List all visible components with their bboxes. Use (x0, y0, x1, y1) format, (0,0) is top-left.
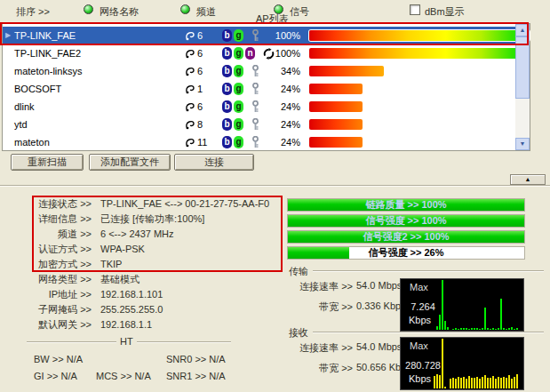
ap-ssid: TP-LINK_FAE (14, 27, 76, 44)
channel-icon (185, 48, 195, 59)
transmit-divider (313, 270, 544, 271)
status-label: IP地址 >> (0, 287, 92, 302)
ht-item: GI >> N/A (34, 371, 77, 381)
wireless-utility-window: 排序 >> 网络名称 频道 信号 dBm显示 AP列表 ▶ TP-LINK_FA… (0, 0, 550, 392)
status-value: 192.168.1.101 (100, 287, 163, 302)
rescan-button[interactable]: 重新扫描 (11, 154, 84, 171)
ap-signal-bar (309, 137, 363, 148)
status-row: 网络类型 >> 基础模式 (0, 272, 284, 287)
sort-by-name-radio[interactable] (84, 4, 93, 14)
ap-mode-icons: bg (222, 65, 259, 77)
status-label: 默认网关 >> (0, 317, 92, 332)
ap-signal-percent: 100% (269, 27, 300, 44)
tx-max-unit: Kbps (409, 315, 431, 325)
ap-ssid: mateton (14, 133, 50, 151)
status-row: 子网掩码 >> 255.255.255.0 (0, 302, 284, 317)
channel-icon (185, 137, 195, 148)
lock-key-icon (251, 83, 259, 95)
rx-max-unit: Kbps (409, 373, 431, 384)
ap-signal-bar (309, 84, 363, 94)
ap-signal-bar (309, 48, 530, 59)
ht-item-value: N/A (134, 371, 150, 381)
receive-title: 接收 (289, 326, 308, 340)
ap-channel: 6 (197, 98, 215, 116)
ap-list-row[interactable]: dlink 6 bg 24% (3, 98, 515, 116)
ap-signal-bar (309, 101, 363, 112)
rx-rate-label: 连接速率 >> (284, 341, 353, 355)
mode-b-icon: b (222, 136, 232, 148)
lock-key-icon (251, 100, 259, 113)
channel-icon (185, 66, 195, 76)
scroll-down-button[interactable]: ▼ (515, 138, 530, 150)
mode-b-icon: b (222, 118, 232, 131)
ap-list-row[interactable]: ytd 8 bg 24% (3, 116, 515, 133)
status-row: 连接状态 >> TP-LINK_FAE <--> 00-21-27-75-AA-… (0, 196, 284, 212)
lock-key-icon (251, 136, 259, 148)
ht-item: MCS >> N/A (96, 371, 151, 381)
mode-b-icon: b (222, 47, 232, 60)
sort-by-signal-label[interactable]: 信号 (290, 5, 309, 19)
ht-item: SNR0 >> N/A (166, 354, 226, 364)
sort-by-name-label[interactable]: 网络名称 (100, 5, 139, 19)
dbm-display-label[interactable]: dBm显示 (425, 5, 465, 19)
ht-item-value: N/A (209, 371, 225, 381)
ap-signal-bar (309, 119, 363, 130)
rx-max-value: 280.728 (401, 360, 445, 371)
status-label: 频道 >> (0, 227, 92, 242)
ap-ssid: mateton-linksys (14, 62, 82, 80)
ap-channel: 6 (197, 62, 215, 80)
lock-key-icon (251, 29, 259, 42)
ap-signal-percent: 24% (269, 80, 300, 98)
ap-list: ▶ TP-LINK_FAE 6 bg 100% TP-LINK_FAE2 (2, 23, 530, 151)
ap-list-row[interactable]: ▶ TP-LINK_FAE 6 bg 100% (3, 27, 515, 44)
ht-item-label: SNR0 >> (166, 354, 206, 364)
status-label: 加密方式 >> (0, 257, 92, 272)
ap-mode-icons: bg (222, 136, 259, 148)
ap-signal-percent: 24% (269, 133, 300, 151)
ht-item-label: GI >> (34, 371, 59, 381)
ap-channel: 6 (197, 27, 215, 44)
channel-icon (185, 119, 195, 130)
ap-list-row[interactable]: TP-LINK_FAE2 6 bgn 100% (3, 44, 515, 62)
sort-by-channel-radio[interactable] (180, 4, 190, 14)
add-profile-button[interactable]: 添加配置文件 (89, 154, 171, 171)
connect-button[interactable]: 连接 (174, 154, 254, 171)
status-value: TKIP (100, 257, 122, 272)
receive-divider (313, 332, 544, 332)
ap-ssid: TP-LINK_FAE2 (14, 44, 81, 62)
scroll-thumb[interactable] (515, 36, 530, 99)
ap-list-row[interactable]: mateton-linksys 6 bg 34% (3, 62, 515, 80)
ap-list-row[interactable]: mateton 11 bg 24% (3, 133, 515, 151)
mode-g-icon: g (234, 100, 243, 113)
quality-bar-label: 信号强度 >> 100% (288, 215, 524, 227)
ap-mode-icons: bg (222, 100, 259, 113)
status-row: 默认网关 >> 192.168.1.1 (0, 317, 284, 332)
scroll-up-button[interactable]: ▲ (515, 24, 530, 36)
mode-g-icon: g (234, 118, 243, 131)
mode-b-icon: b (222, 83, 232, 95)
sort-by-channel-label[interactable]: 频道 (196, 5, 216, 19)
ap-signal-percent: 24% (269, 116, 300, 133)
ap-signal-bar (309, 30, 530, 41)
ap-list-row[interactable]: BOCSOFT 1 bg 24% (3, 80, 515, 98)
status-row: IP地址 >> 192.168.1.101 (0, 287, 284, 302)
status-label: 子网掩码 >> (0, 302, 92, 317)
ap-ssid: BOCSOFT (14, 80, 61, 98)
status-row: 加密方式 >> TKIP (0, 257, 284, 272)
collapse-panel-button[interactable]: ▲ (510, 174, 546, 185)
ap-list-scrollbar[interactable]: ▲ ▼ (515, 24, 530, 150)
mode-g-icon: g (234, 83, 243, 95)
dbm-display-checkbox[interactable] (410, 4, 420, 15)
ap-ssid: dlink (14, 98, 35, 116)
quality-bar-label: 链路质量 >> 100% (288, 199, 524, 211)
ap-channel: 6 (197, 44, 215, 62)
section-divider (0, 185, 550, 186)
status-value: WPA-PSK (100, 242, 145, 257)
ap-ssid: ytd (14, 116, 28, 133)
status-label: 网络类型 >> (0, 272, 92, 287)
channel-icon (185, 101, 195, 112)
mode-g-icon: g (234, 47, 243, 60)
tx-max-label: Max (410, 282, 428, 292)
tx-rate-value: 54.0 Mbps (356, 280, 402, 291)
rx-rate-value: 54.0 Mbps (356, 341, 402, 352)
